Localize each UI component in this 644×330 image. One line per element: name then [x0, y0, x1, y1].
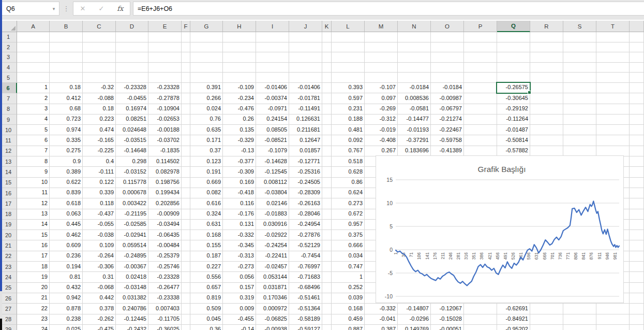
cell-P3[interactable]: [464, 52, 497, 63]
cell-D13[interactable]: 0.298: [116, 156, 148, 167]
cell-I16[interactable]: -0.03804: [256, 188, 289, 198]
cell-F7[interactable]: [182, 93, 190, 104]
cell-Q28[interactable]: -0.84921: [497, 314, 530, 325]
cell-T27[interactable]: [596, 304, 630, 314]
cell-F29[interactable]: [182, 325, 190, 330]
row-header-7[interactable]: 7: [0, 93, 17, 104]
cell-Q29[interactable]: -0.95202: [497, 325, 530, 330]
column-header-O[interactable]: O: [431, 21, 464, 32]
cell-C24[interactable]: 0.31: [83, 272, 116, 282]
cell-P5[interactable]: [464, 73, 497, 83]
cell-pad-23[interactable]: [630, 262, 644, 272]
cell-F10[interactable]: [182, 125, 190, 135]
cell-G9[interactable]: 0.76: [190, 114, 223, 125]
cell-M8[interactable]: -0.269: [365, 104, 398, 114]
cell-B24[interactable]: 0.81: [50, 272, 83, 282]
cell-I18[interactable]: -0.01883: [256, 209, 289, 220]
cell-B11[interactable]: 0.335: [50, 135, 83, 146]
cell-T12[interactable]: [596, 146, 630, 156]
cell-T1[interactable]: [596, 32, 630, 42]
column-header-E[interactable]: E: [148, 21, 182, 32]
cell-D4[interactable]: [116, 63, 148, 73]
cell-F20[interactable]: [182, 230, 190, 240]
cell-S12[interactable]: [563, 146, 596, 156]
cell-T6[interactable]: [596, 83, 630, 93]
cell-D18[interactable]: -0.21195: [116, 209, 148, 220]
column-header-N[interactable]: N: [398, 21, 431, 32]
cell-K9[interactable]: [322, 114, 332, 125]
cell-F1[interactable]: [182, 32, 190, 42]
column-header-K[interactable]: K: [322, 21, 332, 32]
cell-F2[interactable]: [182, 42, 190, 53]
cell-J16[interactable]: -0.28309: [289, 188, 322, 198]
cell-G26[interactable]: 0.819: [190, 293, 223, 304]
cell-D16[interactable]: 0.000678: [116, 188, 148, 198]
cell-E7[interactable]: -0.27878: [148, 93, 182, 104]
cell-R11[interactable]: [530, 135, 563, 146]
cell-O8[interactable]: -0.06797: [431, 104, 464, 114]
cell-G18[interactable]: 0.324: [190, 209, 223, 220]
cell-B15[interactable]: 0.622: [50, 178, 83, 188]
cell-I19[interactable]: 0.030916: [256, 220, 289, 230]
cell-pad-2[interactable]: [630, 42, 644, 53]
cell-Q2[interactable]: [497, 42, 530, 53]
cell-A16[interactable]: 11: [17, 188, 50, 198]
cell-pad-12[interactable]: [630, 146, 644, 156]
cell-T4[interactable]: [596, 63, 630, 73]
cell-H2[interactable]: [223, 42, 256, 53]
cell-pad-15[interactable]: [630, 178, 644, 188]
cell-O1[interactable]: [431, 32, 464, 42]
cell-H6[interactable]: -0.109: [223, 83, 256, 93]
row-header-13[interactable]: 13: [0, 156, 17, 167]
cell-D24[interactable]: 0.02418: [116, 272, 148, 282]
cell-R10[interactable]: [530, 125, 563, 135]
cell-B23[interactable]: 0.194: [50, 262, 83, 272]
cell-H15[interactable]: 0.169: [223, 178, 256, 188]
cell-C10[interactable]: 0.474: [83, 125, 116, 135]
cell-H21[interactable]: -0.345: [223, 240, 256, 251]
cell-N9[interactable]: -0.14477: [398, 114, 431, 125]
cell-R7[interactable]: [530, 93, 563, 104]
cell-S9[interactable]: [563, 114, 596, 125]
cell-K11[interactable]: [322, 135, 332, 146]
cell-C28[interactable]: -0.262: [83, 314, 116, 325]
cell-S6[interactable]: [563, 83, 596, 93]
select-all-button[interactable]: [0, 21, 17, 32]
cell-P29[interactable]: [464, 325, 497, 330]
cell-I26[interactable]: 0.170346: [256, 293, 289, 304]
cell-I12[interactable]: -0.1079: [256, 146, 289, 156]
cell-K5[interactable]: [322, 73, 332, 83]
cell-pad-16[interactable]: [630, 188, 644, 198]
cell-T2[interactable]: [596, 42, 630, 53]
cell-C18[interactable]: -0.437: [83, 209, 116, 220]
cell-T29[interactable]: [596, 325, 630, 330]
cell-K29[interactable]: [322, 325, 332, 330]
column-header-Q[interactable]: Q: [497, 21, 530, 32]
cell-A1[interactable]: [17, 32, 50, 42]
cell-E22[interactable]: -0.25379: [148, 251, 182, 262]
cell-P10[interactable]: [464, 125, 497, 135]
cell-N29[interactable]: 0.149769: [398, 325, 431, 330]
cell-C5[interactable]: [83, 73, 116, 83]
cell-Q7[interactable]: -0.30645: [497, 93, 530, 104]
cell-K10[interactable]: [322, 125, 332, 135]
cell-K20[interactable]: [322, 230, 332, 240]
cell-A6[interactable]: 1: [17, 83, 50, 93]
cell-H19[interactable]: 0.131: [223, 220, 256, 230]
cell-K1[interactable]: [322, 32, 332, 42]
cell-pad-29[interactable]: [630, 325, 644, 330]
cell-K27[interactable]: [322, 304, 332, 314]
cell-pad-10[interactable]: [630, 125, 644, 135]
cell-C17[interactable]: 0.118: [83, 198, 116, 209]
column-header-R[interactable]: R: [530, 21, 563, 32]
cell-J2[interactable]: [289, 42, 322, 53]
cell-A2[interactable]: [17, 42, 50, 53]
cell-pad-8[interactable]: [630, 104, 644, 114]
cell-F6[interactable]: [182, 83, 190, 93]
cell-P1[interactable]: [464, 32, 497, 42]
cell-P28[interactable]: [464, 314, 497, 325]
cell-H27[interactable]: 0.009: [223, 304, 256, 314]
cell-M4[interactable]: [365, 63, 398, 73]
cell-O29[interactable]: -0.00051: [431, 325, 464, 330]
cell-K23[interactable]: [322, 262, 332, 272]
